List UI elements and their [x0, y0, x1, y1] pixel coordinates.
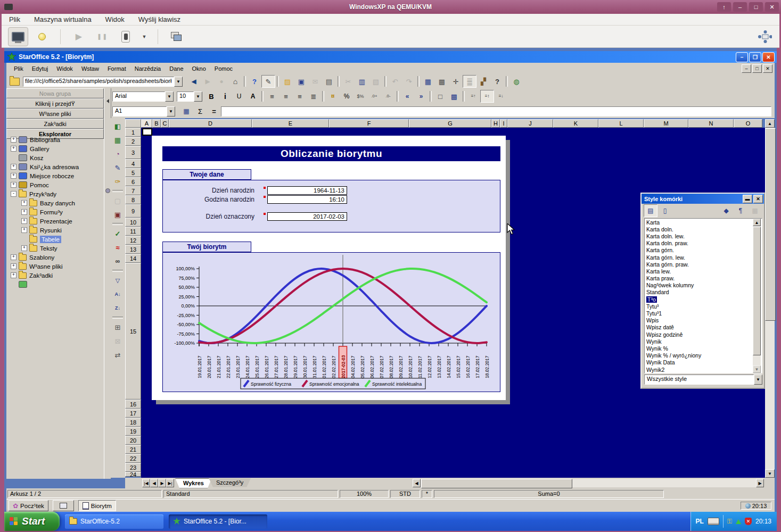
expand-toggle[interactable]: + — [21, 200, 27, 206]
new-document-icon[interactable] — [10, 78, 20, 86]
horizontal-scroll-thumb[interactable] — [421, 479, 572, 488]
style-item-karta-doln-lew-[interactable]: Karta doln. lew. — [645, 232, 762, 239]
scroll-up-button[interactable]: ▲ — [765, 119, 775, 128]
styles-close-button[interactable]: ✕ — [753, 195, 763, 203]
column-header-e[interactable]: E — [252, 119, 329, 128]
style-item-tytu-[interactable]: Tytu³ — [645, 303, 762, 310]
online-layout-button[interactable]: ◍ — [509, 75, 523, 88]
borders-button[interactable]: □ — [433, 90, 447, 103]
number-percent-button[interactable]: % — [340, 90, 353, 103]
style-item-karta-g-rn-[interactable]: Karta górn. — [645, 247, 762, 254]
office-task-biorytm[interactable]: Biorytm — [78, 500, 116, 511]
select-all-corner[interactable] — [125, 119, 141, 128]
vm-minimize-button[interactable]: – — [733, 2, 747, 12]
url-combobox[interactable]: file:///c|/office52/share/samples/polish… — [23, 77, 183, 87]
row-header-21[interactable]: 21 — [125, 445, 141, 454]
font-size-combobox[interactable]: 10 ▼ — [177, 92, 202, 102]
vm-console-button[interactable] — [8, 27, 28, 46]
expand-toggle[interactable]: + — [11, 272, 17, 278]
tree-item-ksi-ka-adresowa[interactable]: +Ksi¹¿ka adresowa — [6, 162, 104, 171]
align-center-button[interactable]: ≡ — [279, 90, 293, 103]
styles-scrollbar[interactable]: ▲ ▼ — [753, 219, 761, 373]
sheet-tab-szczeg-y[interactable]: Szczegó³y — [209, 478, 251, 487]
open-button[interactable]: ▨ — [281, 75, 294, 88]
row-header-16[interactable]: 16 — [125, 400, 141, 409]
vertical-scrollbar[interactable]: ▲ ▼ — [765, 119, 775, 478]
tree-item-formu-y[interactable]: +Formu³y — [6, 207, 104, 217]
styles-filter-value[interactable]: Wszystkie style — [644, 375, 754, 385]
url-input[interactable]: file:///c|/office52/share/samples/polish… — [23, 77, 174, 87]
tree-item-prezentacje[interactable]: +Prezentacje — [6, 217, 104, 226]
status-zoom[interactable]: 100% — [340, 490, 389, 498]
stop-button[interactable]: ● — [215, 75, 228, 88]
style-item-wynik2[interactable]: Wynik2 — [645, 366, 762, 373]
field-input-3[interactable]: 2017-02-03 — [267, 212, 347, 221]
style-item-wynik-[interactable]: Wynik % — [645, 345, 762, 352]
office-start-button[interactable]: ✿ Pocz¹tek — [9, 500, 48, 511]
column-header-n[interactable]: N — [688, 119, 734, 128]
formula-input[interactable] — [221, 106, 771, 117]
column-header-l[interactable]: L — [598, 119, 644, 128]
expand-toggle[interactable]: + — [11, 173, 17, 179]
menu-dane[interactable]: Dane — [165, 64, 187, 73]
row-header-14[interactable]: 14 — [125, 254, 141, 263]
insert-object-button[interactable]: ◧ — [110, 119, 125, 133]
first-sheet-button[interactable]: |◀ — [142, 479, 150, 487]
style-item-karta-praw-[interactable]: Karta praw. — [645, 275, 762, 282]
autopilot-button[interactable]: ? — [248, 75, 261, 88]
tree-item-szablony[interactable]: +Szablony — [6, 253, 104, 262]
style-item-karta-doln-[interactable]: Karta doln. — [645, 226, 762, 232]
scroll-down-button[interactable]: ▼ — [765, 469, 775, 478]
last-sheet-button[interactable]: ▶| — [166, 479, 174, 487]
vm-shutdown-arrow-button[interactable]: ▼ — [139, 28, 149, 46]
style-item-selected[interactable]: T³o — [645, 296, 762, 303]
row-header-2[interactable]: 2 — [125, 137, 141, 146]
insert-image-button[interactable]: ▣ — [110, 207, 125, 221]
cell-styles-window[interactable]: Style komórki ▬ ✕ ▤▯◆¶▦ KartaKarta doln.… — [640, 193, 765, 389]
keys-icon[interactable]: ⚿ — [727, 518, 732, 525]
font-name-dropdown[interactable]: ▼ — [165, 92, 174, 102]
expand-toggle[interactable]: + — [11, 182, 17, 188]
language-indicator[interactable]: PL — [695, 518, 703, 525]
row-header-19[interactable]: 19 — [125, 427, 141, 436]
styles-filter-button[interactable]: ▼ — [754, 375, 762, 385]
expand-toggle[interactable]: + — [21, 245, 27, 251]
app-close-button[interactable]: ✕ — [762, 52, 775, 62]
insert-table-button[interactable]: ▦ — [421, 75, 435, 88]
style-item-karta-g-rn-lew-[interactable]: Karta górn. lew. — [645, 254, 762, 261]
edit-file-button[interactable]: ✎ — [261, 75, 275, 88]
styles-titlebar[interactable]: Style komórki ▬ ✕ — [642, 194, 764, 204]
style-item-karta-g-rn-praw-[interactable]: Karta górn. praw. — [645, 261, 762, 268]
column-header-j[interactable]: J — [507, 119, 553, 128]
cell-styles-button[interactable]: ▤ — [644, 204, 657, 217]
hscroll-left-button[interactable]: ◀ — [413, 479, 421, 487]
copy-button[interactable]: ▥ — [355, 75, 369, 88]
navigator-button[interactable]: ✛ — [449, 75, 463, 88]
row-header-11[interactable]: 11 — [125, 227, 141, 236]
align-right-button[interactable]: ≡ — [293, 90, 307, 103]
sidebar-group-kliknij-i-przejd-[interactable]: Kliknij i przejdŸ — [6, 98, 104, 109]
column-header-f[interactable]: F — [329, 119, 409, 128]
fill-format-button[interactable]: ◆ — [719, 204, 733, 217]
sidebar-group-nowa-grupa[interactable]: Nowa grupa — [6, 88, 104, 98]
sidebar-group-zak-adki[interactable]: Zak³adki — [6, 119, 104, 129]
menu-plik[interactable]: Plik — [10, 64, 28, 73]
row-header-24[interactable]: 24 — [125, 472, 141, 477]
expand-toggle[interactable]: + — [11, 254, 17, 260]
style-item-wpisz-godzin-[interactable]: Wpisz godzinê — [645, 331, 762, 338]
update-arrow-icon[interactable] — [736, 519, 741, 524]
tree-item-gallery[interactable]: +Gallery — [6, 144, 104, 153]
style-item-wpis[interactable]: Wpis — [645, 317, 762, 324]
column-header-o[interactable]: O — [734, 119, 762, 128]
equals-button[interactable]: = — [207, 105, 221, 118]
insert-chart-button[interactable]: ◔ — [110, 147, 125, 161]
row-header-20[interactable]: 20 — [125, 436, 141, 445]
tree-item-zak-adki[interactable]: +Zak³adki — [6, 271, 104, 280]
row-header-3[interactable]: 3 — [125, 146, 141, 159]
row-header-10[interactable]: 10 — [125, 218, 141, 227]
help-agent-button[interactable]: ? — [490, 75, 504, 88]
vm-titlebar[interactable]: WindowsXP na QEMU/KVM ↑–□✕ — [0, 0, 781, 14]
hscroll-right-button[interactable]: ▶ — [756, 479, 764, 487]
app-minimize-button[interactable]: – — [736, 52, 748, 62]
status-sum[interactable]: Suma=0 — [434, 490, 664, 498]
